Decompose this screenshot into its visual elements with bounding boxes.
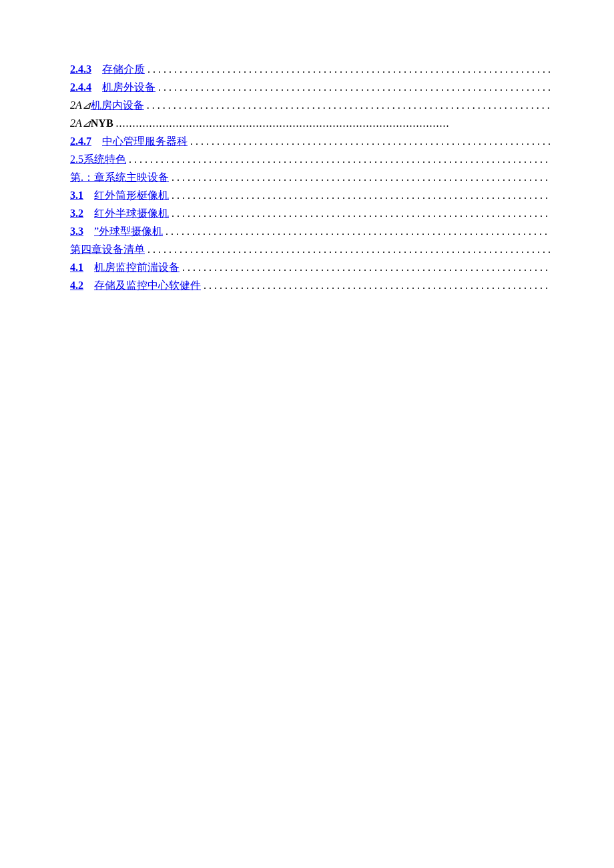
toc-entry-title[interactable]: 中心管理服务器科 [102,132,188,150]
toc-entry: 2.4.4 机房外设备.............................… [70,78,551,96]
toc-entry: 3.3 ”外球型摄像机.............................… [70,222,551,240]
toc-gap [83,222,94,240]
toc-entry: 第.：章系统主映设备..............................… [70,168,551,186]
toc-entry-title: NYB [91,114,113,132]
toc-entry-title[interactable]: 机房内设备 [91,96,144,114]
toc-entry-number[interactable]: 4.1 [70,258,83,276]
toc-entry-title[interactable]: 第.：章系统主映设备 [70,168,169,186]
toc-entry-title[interactable]: 第四章设备清单 [70,240,145,258]
toc-leader-dots: ........................................… [163,222,551,240]
toc-leader-dots: ........................................… [180,258,551,276]
toc-entry-title[interactable]: ”外球型摄像机 [94,222,163,240]
toc-entry: 4.1 机房监控前湍设备............................… [70,258,551,276]
toc-leader-dots: ........................................… [145,240,551,258]
toc-leader-dots: ........................................… [126,150,551,168]
toc-leader-dots: ........................................… [169,204,551,222]
toc-leader-dots: ........................................… [144,96,551,114]
toc-leader-dots: ........................................… [169,186,551,204]
toc-entry-number: 2A⊿ [70,114,91,132]
toc-entry: 3.1 红外筒形梃像机.............................… [70,186,551,204]
toc-entry-number[interactable]: 4.2 [70,276,83,294]
toc-gap [91,78,102,96]
toc-entry-title[interactable]: 红外筒形梃像机 [94,186,169,204]
toc-entry-number[interactable]: 2.4.3 [70,60,91,78]
toc-entry: 2A⊿NYB..................................… [70,114,551,132]
toc-entry-number: 2A⊿ [70,96,91,114]
toc-entry-number[interactable]: 3.3 [70,222,83,240]
toc-leader-dots: ........................................… [113,114,551,132]
toc-entry-number[interactable]: 2.4.7 [70,132,91,150]
toc-entry-title[interactable]: 系统特色 [83,150,126,168]
toc-entry: 第四章设备清单.................................… [70,240,551,258]
toc-entry-title[interactable]: 红外半球摄像机 [94,204,169,222]
toc-entry-title[interactable]: 机房外设备 [102,78,156,96]
toc-entry: 2.5系统特色.................................… [70,150,551,168]
toc-gap [83,186,94,204]
toc-entry: 3.2 红外半球摄像机.............................… [70,204,551,222]
toc-gap [91,60,102,78]
toc-container: 2.4.3 存储介质..............................… [70,60,551,294]
toc-entry-number[interactable]: 2.4.4 [70,78,91,96]
toc-gap [83,204,94,222]
toc-entry: 2.4.3 存储介质..............................… [70,60,551,78]
toc-gap [83,258,94,276]
toc-entry-title[interactable]: 存储及监控中心软健件 [94,276,201,294]
toc-entry-title[interactable]: 存储介质 [102,60,145,78]
toc-leader-dots: ........................................… [201,276,551,294]
toc-leader-dots: ........................................… [188,132,551,150]
toc-entry: 2A⊿机房内设备................................… [70,96,551,114]
toc-leader-dots: ........................................… [169,168,551,186]
toc-gap [91,132,102,150]
toc-entry-number[interactable]: 2.5 [70,150,83,168]
toc-gap [83,276,94,294]
toc-leader-dots: ........................................… [145,60,551,78]
toc-entry: 4.2 存储及监控中心软健件..........................… [70,276,551,294]
toc-entry-title[interactable]: 机房监控前湍设备 [94,258,180,276]
toc-entry-number[interactable]: 3.1 [70,186,83,204]
toc-entry: 2.4.7 中心管理服务器科..........................… [70,132,551,150]
toc-entry-number[interactable]: 3.2 [70,204,83,222]
toc-leader-dots: ........................................… [156,78,551,96]
